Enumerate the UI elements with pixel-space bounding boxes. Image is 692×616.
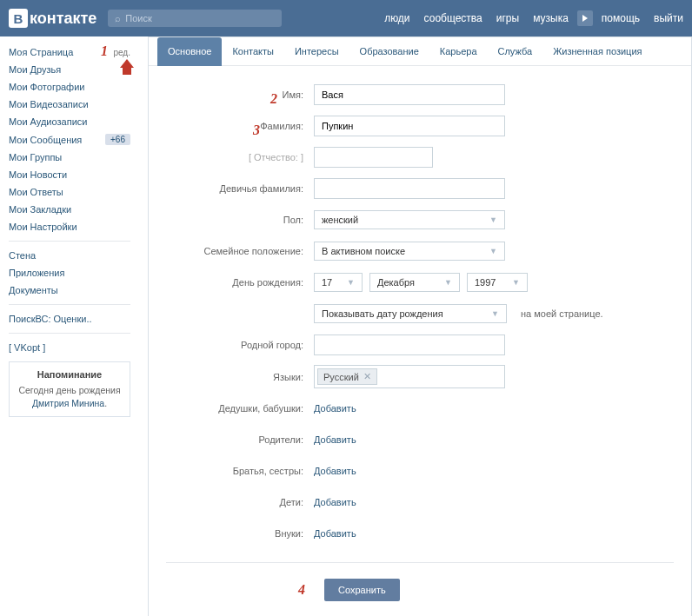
save-row: 4 Сохранить: [166, 562, 674, 616]
nav-music[interactable]: музыка: [533, 12, 569, 24]
gender-label: Пол:: [166, 215, 314, 225]
patronymic-label[interactable]: [ Отчество: ]: [166, 152, 314, 162]
separator: [9, 304, 130, 305]
maiden-input[interactable]: [314, 178, 505, 199]
remove-tag-icon[interactable]: ✕: [363, 371, 371, 382]
nav-logout[interactable]: выйти: [654, 12, 683, 24]
annotation-4: 4: [298, 582, 305, 598]
gender-select[interactable]: женский ▼: [314, 210, 505, 229]
top-nav: люди сообщества игры музыка помощь выйти: [384, 10, 683, 26]
bday-month-select[interactable]: Декабря▼: [369, 273, 460, 292]
sidebar-item-vkopt[interactable]: [ VKopt ]: [0, 339, 139, 356]
annotation-3: 3: [253, 123, 260, 138]
add-parents[interactable]: Добавить: [314, 434, 356, 445]
arrow-annotation: [120, 59, 134, 75]
separator: [9, 241, 130, 242]
tab-contacts[interactable]: Контакты: [222, 37, 284, 65]
tab-career[interactable]: Карьера: [429, 37, 488, 65]
sidebar-item-friends[interactable]: Мои Друзья: [0, 61, 139, 78]
status-select[interactable]: В активном поиске ▼: [314, 242, 505, 261]
bday-day-select[interactable]: 17▼: [314, 273, 363, 292]
bday-label: День рождения:: [166, 277, 314, 288]
sidebar-item-searchvs[interactable]: ПоискВС: Оценки..: [0, 310, 139, 328]
bday-hint: на моей странице.: [521, 308, 603, 319]
sidebar-item-answers[interactable]: Мои Ответы: [0, 183, 139, 201]
sidebar-item-videos[interactable]: Мои Видеозаписи: [0, 96, 139, 113]
bday-visibility-select[interactable]: Показывать дату рождения▼: [314, 304, 507, 323]
tab-basic[interactable]: Основное: [157, 37, 222, 66]
languages-label: Языки:: [166, 372, 314, 382]
tab-interests[interactable]: Интересы: [284, 37, 349, 65]
logo-text: контакте: [30, 10, 96, 28]
sidebar-item-groups[interactable]: Мои Группы: [0, 149, 139, 166]
languages-input[interactable]: Русский ✕: [314, 365, 505, 388]
bday-year-select[interactable]: 1997▼: [467, 273, 528, 292]
chevron-down-icon: ▼: [491, 309, 499, 318]
search-icon: ⌕: [115, 13, 121, 23]
play-icon: [582, 15, 589, 22]
language-tag: Русский ✕: [317, 368, 377, 385]
nav-communities[interactable]: сообщества: [424, 12, 482, 24]
nav-help[interactable]: помощь: [602, 12, 640, 24]
reminder-box: Напоминание Сегодня день рождения Дмитри…: [9, 361, 130, 417]
annotation-1: 1: [101, 43, 108, 59]
nav-people[interactable]: люди: [384, 12, 409, 24]
annotation-2: 2: [270, 91, 277, 107]
edit-form: 2 Имя: 3 Фамилия: [ Отчество: ] Девичья …: [149, 66, 691, 616]
add-children[interactable]: Добавить: [314, 497, 356, 507]
chevron-down-icon: ▼: [512, 278, 520, 287]
sidebar-label: Моя Страница: [9, 47, 73, 57]
add-siblings[interactable]: Добавить: [314, 466, 356, 476]
add-grandchildren[interactable]: Добавить: [314, 528, 356, 539]
grandchildren-label: Внуки:: [166, 528, 314, 539]
logo-icon: В: [9, 9, 28, 28]
name-label: 2 Имя:: [166, 89, 314, 100]
messages-badge: +66: [105, 134, 130, 145]
main-content: Основное Контакты Интересы Образование К…: [148, 36, 692, 616]
sidebar: Моя Страница 1 ред. Мои Друзья Мои Фотог…: [0, 36, 139, 616]
surname-input[interactable]: [314, 116, 505, 136]
reminder-link[interactable]: Дмитрия Минина: [32, 398, 104, 408]
logo[interactable]: В контакте: [9, 9, 96, 28]
header: В контакте ⌕ люди сообщества игры музыка…: [0, 0, 692, 36]
grandparents-label: Дедушки, бабушки:: [166, 403, 314, 414]
name-input[interactable]: [314, 84, 505, 105]
tabs: Основное Контакты Интересы Образование К…: [149, 37, 691, 66]
chevron-down-icon: ▼: [444, 278, 452, 287]
separator: [9, 333, 130, 334]
play-button[interactable]: [577, 10, 593, 26]
chevron-down-icon: ▼: [347, 278, 355, 287]
search-input[interactable]: [125, 13, 275, 23]
children-label: Дети:: [166, 497, 314, 507]
maiden-label: Девичья фамилия:: [166, 183, 314, 194]
search-box[interactable]: ⌕: [108, 10, 282, 27]
hometown-input[interactable]: [314, 334, 505, 355]
parents-label: Родители:: [166, 434, 314, 445]
sidebar-item-my-page[interactable]: Моя Страница 1 ред.: [0, 43, 139, 61]
sidebar-item-apps[interactable]: Приложения: [0, 264, 139, 282]
chevron-down-icon: ▼: [489, 247, 497, 255]
reminder-text: Сегодня день рождения Дмитрия Минина.: [17, 384, 123, 409]
sidebar-item-photos[interactable]: Мои Фотографии: [0, 78, 139, 96]
sidebar-item-bookmarks[interactable]: Мои Закладки: [0, 201, 139, 218]
siblings-label: Братья, сестры:: [166, 466, 314, 476]
patronymic-input[interactable]: [314, 147, 433, 168]
sidebar-item-settings[interactable]: Мои Настройки: [0, 218, 139, 235]
save-button[interactable]: Сохранить: [324, 579, 400, 601]
sidebar-item-wall[interactable]: Стена: [0, 247, 139, 264]
hometown-label: Родной город:: [166, 340, 314, 350]
sidebar-item-news[interactable]: Мои Новости: [0, 166, 139, 183]
status-label: Семейное положение:: [166, 246, 314, 256]
surname-label: 3 Фамилия:: [166, 121, 314, 131]
chevron-down-icon: ▼: [489, 215, 497, 224]
sidebar-item-audio[interactable]: Мои Аудиозаписи: [0, 113, 139, 130]
tab-life[interactable]: Жизненная позиция: [542, 37, 652, 65]
sidebar-item-docs[interactable]: Документы: [0, 282, 139, 299]
add-grandparents[interactable]: Добавить: [314, 403, 356, 414]
edit-link[interactable]: ред.: [113, 48, 130, 57]
tab-military[interactable]: Служба: [488, 37, 543, 65]
nav-games[interactable]: игры: [496, 12, 519, 24]
sidebar-item-messages[interactable]: Мои Сообщения +66: [0, 130, 139, 149]
tab-education[interactable]: Образование: [349, 37, 429, 65]
reminder-title: Напоминание: [17, 369, 123, 380]
